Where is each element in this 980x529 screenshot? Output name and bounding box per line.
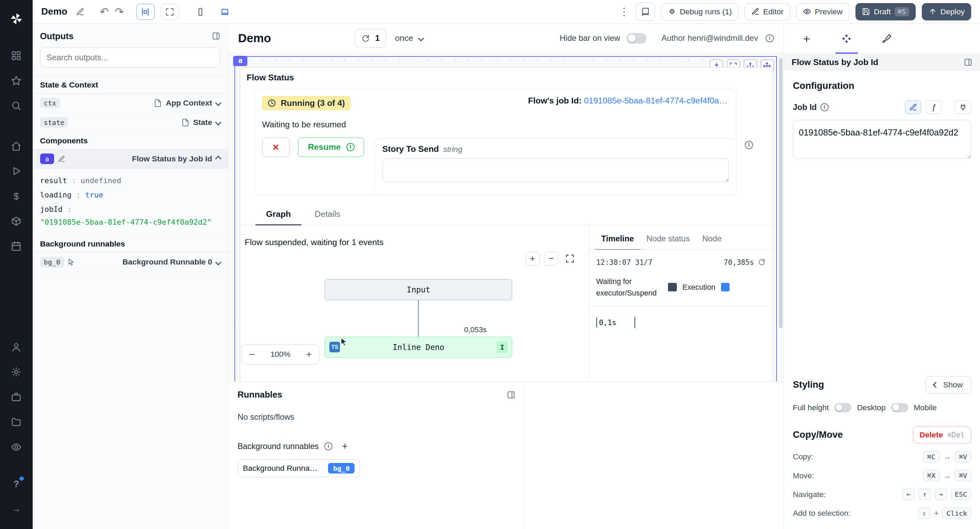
favorites-star-icon[interactable]: [7, 71, 25, 90]
fit-width-button[interactable]: [137, 4, 154, 20]
static-value-pencil-button[interactable]: [905, 100, 921, 114]
undo-icon[interactable]: ↶: [100, 6, 108, 17]
tab-node[interactable]: Node: [696, 230, 728, 250]
chevron-down-icon[interactable]: [215, 100, 221, 106]
search-icon[interactable]: [7, 96, 25, 115]
jobid-value-input[interactable]: 0191085e-5baa-81ef-4774-c9ef4f0a92d2: [793, 120, 971, 159]
component-inspector: + Flow Status by Job Id Configuration Jo…: [784, 24, 980, 529]
suspend-info-icon[interactable]: i: [745, 141, 753, 149]
graph-zoom-out-button[interactable]: −: [544, 252, 558, 266]
tab-node-status[interactable]: Node status: [640, 230, 696, 250]
cancel-button[interactable]: ×: [262, 137, 290, 157]
doc-icon: [181, 118, 189, 127]
kbd-esc: ESC: [951, 489, 972, 500]
story-input[interactable]: [382, 158, 729, 182]
show-styling-button[interactable]: Show: [926, 376, 972, 394]
home-icon[interactable]: [7, 137, 25, 156]
variables-icon[interactable]: $: [7, 187, 25, 206]
tab-timeline[interactable]: Timeline: [595, 230, 640, 250]
state-badge: state: [40, 117, 68, 127]
chevron-up-icon[interactable]: [215, 156, 221, 162]
more-menu-icon[interactable]: ⋮: [619, 6, 630, 17]
apps-icon[interactable]: [7, 46, 25, 65]
full-height-toggle[interactable]: [834, 403, 851, 413]
bg0-badge: bg_0: [40, 257, 64, 267]
schedules-icon[interactable]: [7, 237, 25, 256]
bg-runnable-item[interactable]: Background Runnable 0 bg_0: [237, 460, 360, 477]
component-row-a[interactable]: a Flow Status by Job Id: [33, 150, 228, 169]
timeline-chart: 0,1s: [589, 307, 773, 338]
draft-button[interactable]: Draft ⌘S: [856, 3, 916, 21]
refresh-runs-button[interactable]: 1: [355, 29, 386, 48]
flow-graph[interactable]: Flow suspended, waiting for 1 events + −…: [240, 225, 588, 382]
rename-pencil-icon[interactable]: [76, 8, 85, 16]
desktop-mobile-toggle[interactable]: [891, 403, 908, 413]
graph-node-inline-deno[interactable]: TS Inline Deno I: [325, 337, 512, 358]
add-bg-runnable-button[interactable]: +: [342, 440, 348, 452]
help-icon[interactable]: ?: [7, 475, 25, 493]
topbar: Demo ↶ ↷ ⋮ Debug runs (1) Editor Preview: [33, 0, 980, 24]
delete-component-button[interactable]: Delete ⌘Del: [913, 426, 971, 443]
canvas-scrollbar[interactable]: [779, 58, 783, 328]
run-count: 1: [375, 33, 380, 43]
docs-book-button[interactable]: [636, 3, 655, 21]
tab-details[interactable]: Details: [304, 206, 351, 225]
connect-plug-button[interactable]: [955, 100, 971, 114]
hide-bar-toggle[interactable]: [627, 33, 646, 43]
debug-runs-button[interactable]: Debug runs (1): [661, 3, 738, 21]
tab-graph[interactable]: Graph: [256, 206, 301, 226]
flow-status-component: Flow Status Running (3 of 4) Flow's job …: [240, 67, 773, 382]
desktop-view-button[interactable]: [216, 4, 234, 20]
user-icon[interactable]: [7, 338, 25, 357]
collapse-sidebar-icon[interactable]: →: [7, 500, 25, 518]
graph-node-input[interactable]: Input: [325, 279, 512, 300]
component-settings-tab[interactable]: [827, 24, 867, 54]
zoom-out-button[interactable]: −: [249, 349, 255, 359]
job-id-link[interactable]: 0191085e-5baa-81ef-4774-c9ef4f0a…: [584, 96, 727, 105]
ct-row-ctx[interactable]: ctx App Context: [33, 94, 228, 113]
collapse-panel-icon[interactable]: [964, 58, 972, 67]
bg-runnables-info-icon[interactable]: i: [324, 442, 332, 450]
zoom-in-button[interactable]: +: [306, 349, 312, 359]
audit-logs-eye-icon[interactable]: [7, 438, 25, 456]
selected-component[interactable]: a Flow Status Running (3 of 4): [234, 56, 777, 381]
app-canvas[interactable]: a Flow Status Running (3 of 4): [228, 53, 784, 381]
windmill-logo[interactable]: [7, 10, 25, 28]
insert-component-tab[interactable]: +: [787, 24, 827, 54]
edit-id-pencil-icon[interactable]: [58, 155, 65, 163]
deploy-button[interactable]: Deploy: [922, 3, 971, 21]
collapse-panel-icon[interactable]: [212, 32, 221, 40]
settings-gear-icon[interactable]: [7, 363, 25, 381]
resources-icon[interactable]: [7, 212, 25, 231]
folders-icon[interactable]: [7, 413, 25, 431]
runs-icon[interactable]: [7, 162, 25, 181]
redo-icon[interactable]: ↷: [115, 6, 124, 17]
graph-zoom-in-button[interactable]: +: [525, 252, 540, 266]
ct-row-state[interactable]: state State: [33, 113, 228, 132]
preview-button[interactable]: Preview: [796, 3, 849, 21]
refresh-icon[interactable]: [758, 258, 765, 266]
search-outputs-input[interactable]: [47, 53, 214, 62]
fullscreen-canvas-button[interactable]: [161, 4, 179, 20]
editor-button[interactable]: Editor: [745, 3, 790, 21]
components-header: Components: [33, 132, 228, 150]
chevron-down-icon[interactable]: [215, 119, 221, 125]
schedule-select[interactable]: once: [395, 33, 423, 43]
collapse-panel-icon[interactable]: [507, 390, 515, 399]
workers-icon[interactable]: [7, 388, 25, 406]
delete-shortcut: ⌘Del: [947, 430, 965, 439]
outputs-title: Outputs: [40, 31, 74, 41]
mobile-label: Mobile: [914, 403, 937, 412]
state-context-header: State & Context: [33, 76, 228, 94]
author-label: Author henri@windmill.dev: [662, 33, 758, 43]
chevron-down-icon[interactable]: [215, 259, 221, 265]
expression-fn-button[interactable]: ƒ: [926, 100, 942, 114]
bg-runnable-row[interactable]: bg_0 Background Runnable 0: [33, 253, 228, 272]
theme-brush-tab[interactable]: [867, 24, 907, 54]
prop-loading: loading : true: [40, 188, 221, 202]
jobid-info-icon[interactable]: i: [821, 103, 829, 111]
author-info-icon[interactable]: i: [765, 34, 774, 43]
resume-button[interactable]: Resume i: [298, 137, 364, 157]
mobile-view-button[interactable]: [191, 4, 209, 20]
graph-expand-icon[interactable]: [565, 254, 575, 263]
